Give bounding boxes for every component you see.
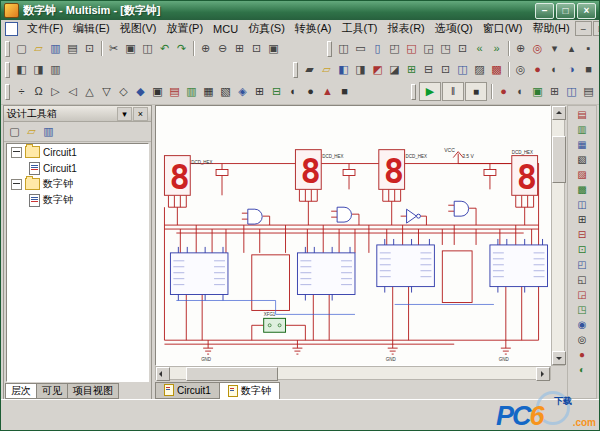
instrument-agilent-function-generator-icon[interactable]: ◉ [571,318,593,332]
menu-item[interactable]: MCU [208,22,243,36]
instrument-four-channel-oscilloscope-icon[interactable]: ▨ [571,168,593,182]
document-icon[interactable] [5,22,18,36]
open-file-icon[interactable]: ▱ [30,40,47,57]
toolbar-icon[interactable]: ▱ [318,61,335,78]
instrument-function-generator-icon[interactable]: ▥ [571,123,593,137]
cut-icon[interactable]: ✂ [105,40,122,57]
minimize-button[interactable]: – [535,3,554,19]
place-advanced-peripherals-icon[interactable]: ▧ [217,83,234,100]
database-manager-icon[interactable]: ▯ [369,40,386,57]
design-toolbox-titlebar[interactable]: 设计工具箱 ▾ × [4,106,151,122]
instrument-oscilloscope-icon[interactable]: ▧ [571,153,593,167]
maximize-button[interactable]: □ [556,3,575,19]
tree-sheet-digital-clock[interactable]: 数字钟 [7,192,148,208]
schematic-canvas[interactable]: 8 DCD_HEX 8 DCD_HEX 8 DCD_HEX 8 DCD_HEX [155,105,551,366]
place-indicator-icon[interactable]: ▤ [166,83,183,100]
electrical-rules-check-icon[interactable]: ◳ [437,40,454,57]
toolbar-handle[interactable] [327,41,332,57]
toolbar-icon[interactable]: ◨ [352,61,369,78]
menu-item[interactable]: 帮助(H) [527,20,574,37]
toolbar-icon[interactable]: ● [529,61,546,78]
save-design-icon[interactable]: ▥ [40,123,57,140]
place-connector-icon[interactable]: ◐ [285,83,302,100]
save-icon[interactable]: ▥ [47,40,64,57]
place-hierarchical-block-icon[interactable]: ▲ [319,83,336,100]
instrument-network-analyzer-icon[interactable]: ◳ [571,303,593,317]
collapse-icon[interactable] [11,147,22,158]
place-bus-icon[interactable]: ■ [336,83,353,100]
instrument-iv-analyzer-icon[interactable]: ◰ [571,258,593,272]
toolbar-icon[interactable]: ▪ [580,40,597,57]
instrument-multimeter-icon[interactable]: ▤ [571,108,593,122]
toolbar-icon[interactable]: ▰ [301,61,318,78]
undo-icon[interactable]: ↶ [156,40,173,57]
instrument-agilent-multimeter-icon[interactable]: ◎ [571,333,593,347]
instrument-spectrum-analyzer-icon[interactable]: ◲ [571,288,593,302]
toolbar-icon[interactable]: ⊟ [420,61,437,78]
toolbar-icon[interactable]: ◩ [369,61,386,78]
place-basic-icon[interactable]: Ω [30,83,47,100]
place-cmos-icon[interactable]: ◇ [115,83,132,100]
function-generator[interactable]: XFG1 [264,312,286,332]
place-electromechanical-icon[interactable]: ⊞ [251,83,268,100]
zoom-fit-icon[interactable]: ⊡ [248,40,265,57]
place-ni-component-icon[interactable]: ⊟ [268,83,285,100]
instrument-tektronix-oscilloscope-icon[interactable]: ◐ [571,363,593,377]
toolbar-handle[interactable] [5,62,10,78]
place-ttl-icon[interactable]: ▽ [98,83,115,100]
tree-item-circuit1[interactable]: Circuit1 [7,144,148,160]
toolbar-handle[interactable] [5,41,10,57]
panel-tab[interactable]: 项目视图 [67,383,119,399]
toggle-spreadsheet-view-icon[interactable]: ▭ [352,40,369,57]
menu-item[interactable]: 工具(T) [336,20,382,37]
toolbar-icon[interactable]: ▴ [563,40,580,57]
menu-item[interactable]: 选项(Q) [430,20,478,37]
place-analog-icon[interactable]: △ [81,83,98,100]
stop-simulation-button[interactable]: ■ [465,82,487,101]
toolbar-icon[interactable]: ⊞ [546,83,563,100]
seven-segment-display[interactable]: 8 DCD_HEX [512,150,538,198]
pause-simulation-button[interactable]: ‖ [442,82,464,101]
toolbar-icon[interactable]: ◐ [546,61,563,78]
place-power-icon[interactable]: ▥ [183,83,200,100]
toolbar-icon[interactable]: ◎ [512,61,529,78]
scroll-right-button[interactable] [536,367,550,381]
zoom-area-icon[interactable]: ⊞ [231,40,248,57]
instrument-word-generator-icon[interactable]: ⊞ [571,213,593,227]
zoom-out-icon[interactable]: ⊖ [214,40,231,57]
print-icon[interactable]: ▤ [64,40,81,57]
vertical-scrollbar[interactable] [551,105,565,366]
toolbar-icon[interactable]: ⊡ [437,61,454,78]
place-transistor-icon[interactable]: ◁ [64,83,81,100]
toolbar-icon[interactable]: ◎ [529,40,546,57]
menu-item[interactable]: 文件(F) [22,20,68,37]
panel-menu-button[interactable]: ▾ [117,107,132,121]
toolbar-handle[interactable] [293,62,298,78]
child-minimize-button[interactable]: – [575,21,592,36]
toolbar-icon[interactable]: ◫ [563,83,580,100]
seven-segment-display[interactable]: 8 DCD_HEX [379,150,427,192]
menu-item[interactable]: 放置(P) [161,20,208,37]
scroll-down-button[interactable] [552,351,566,365]
menu-item[interactable]: 报表(R) [383,20,430,37]
instrument-distortion-analyzer-icon[interactable]: ◱ [571,273,593,287]
scroll-left-button[interactable] [156,367,170,381]
back-icon[interactable]: « [471,40,488,57]
collapse-icon[interactable] [11,179,22,190]
instrument-logic-analyzer-icon[interactable]: ⊟ [571,228,593,242]
toolbar-icon[interactable]: ⊕ [512,40,529,57]
tree-item-digital-clock[interactable]: 数字钟 [7,176,148,192]
toolbar-handle[interactable] [5,84,10,100]
component-wizard-icon[interactable]: ◰ [386,40,403,57]
copy-icon[interactable]: ▣ [122,40,139,57]
horizontal-scrollbar[interactable] [155,366,551,380]
instrument-frequency-counter-icon[interactable]: ◫ [571,198,593,212]
menu-item[interactable]: 仿真(S) [243,20,290,37]
window-layout-icon[interactable]: ▥ [47,61,64,78]
place-rf-icon[interactable]: ◈ [234,83,251,100]
place-source-icon[interactable]: ÷ [13,83,30,100]
instrument-bode-plotter-icon[interactable]: ▩ [571,183,593,197]
place-mixed-icon[interactable]: ▣ [149,83,166,100]
scroll-up-button[interactable] [552,106,566,120]
tree-sheet-circuit1[interactable]: Circuit1 [7,160,148,176]
